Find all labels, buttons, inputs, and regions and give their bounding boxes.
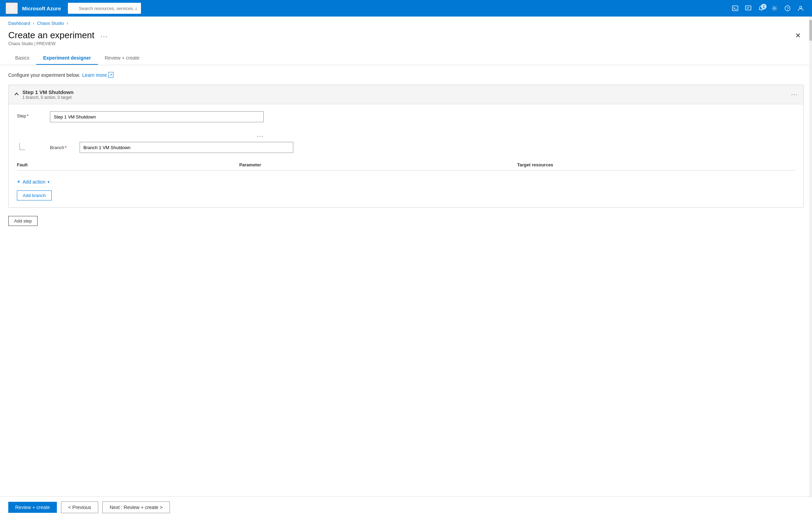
page-subtitle: Chaos Studio | PREVIEW	[8, 41, 110, 46]
branch-label: Branch *	[50, 145, 74, 150]
fault-table: Fault Parameter Target resources	[17, 159, 795, 170]
settings-button[interactable]	[769, 3, 780, 13]
terminal-icon	[732, 5, 738, 11]
step-subtitle: 1 branch, 0 action, 0 target	[22, 95, 73, 100]
step-required-star: *	[27, 113, 29, 118]
close-button[interactable]: ✕	[792, 30, 804, 41]
svg-rect-2	[745, 6, 751, 10]
external-link-icon: ↗	[108, 72, 113, 78]
search-wrapper: 🔍	[68, 3, 275, 14]
fault-col-header: Fault	[17, 162, 239, 167]
previous-button[interactable]: < Previous	[61, 501, 99, 513]
help-button[interactable]: ?	[782, 3, 793, 13]
add-step-button[interactable]: Add step	[8, 216, 38, 226]
target-col-header: Target resources	[517, 162, 795, 167]
step-header-info: Step 1 VM Shutdown 1 branch, 0 action, 0…	[22, 89, 73, 100]
step-card-header-left: Step 1 VM Shutdown 1 branch, 0 action, 0…	[14, 89, 73, 100]
branch-more-row: ···	[17, 133, 264, 139]
notification-badge: 2	[761, 4, 767, 9]
review-create-button[interactable]: Review + create	[8, 502, 57, 513]
notification-button[interactable]: 2	[755, 3, 767, 13]
breadcrumb-dashboard[interactable]: Dashboard	[8, 21, 30, 26]
tab-experiment-designer[interactable]: Experiment designer	[36, 52, 98, 65]
next-button[interactable]: Next : Review + create >	[102, 501, 170, 513]
topnav-icons: 2 ?	[729, 3, 806, 13]
fault-table-header: Fault Parameter Target resources	[17, 159, 795, 170]
help-icon: ?	[784, 5, 791, 11]
learn-more-link[interactable]: Learn more ↗	[82, 72, 114, 78]
page-header: Create an experiment ... Chaos Studio | …	[0, 26, 812, 46]
page-ellipsis-button[interactable]: ...	[99, 31, 110, 40]
breadcrumb-chaos-studio[interactable]: Chaos Studio	[37, 21, 64, 26]
svg-point-8	[800, 6, 802, 8]
branch-name-input[interactable]	[80, 142, 293, 153]
branch-required-star: *	[65, 145, 67, 150]
brand-name: Microsoft Azure	[22, 6, 61, 11]
add-branch-button[interactable]: Add branch	[17, 190, 52, 200]
breadcrumb-sep-2: ›	[67, 21, 68, 26]
tab-basics[interactable]: Basics	[8, 52, 36, 65]
footer: Review + create < Previous Next : Review…	[0, 496, 812, 518]
account-button[interactable]	[795, 3, 806, 13]
top-navigation: ☰ Microsoft Azure 🔍 2 ?	[0, 0, 812, 17]
step-title: Step 1 VM Shutdown	[22, 89, 73, 95]
scrollbar-thumb	[809, 20, 812, 41]
branch-label-col	[17, 141, 44, 154]
content-area: Configure your experiment below. Learn m…	[0, 65, 812, 496]
step-name-input[interactable]	[50, 111, 264, 122]
tab-review-create[interactable]: Review + create	[98, 52, 146, 65]
branch-name-row: Branch *	[17, 141, 795, 154]
feedback-button[interactable]	[742, 3, 754, 13]
step-collapse-button[interactable]	[14, 92, 19, 97]
breadcrumb: Dashboard › Chaos Studio ›	[0, 17, 812, 26]
svg-point-5	[774, 8, 775, 9]
parameter-col-header: Parameter	[239, 162, 517, 167]
hamburger-menu-button[interactable]: ☰	[6, 2, 18, 14]
add-icon: +	[17, 179, 21, 185]
step-card-header: Step 1 VM Shutdown 1 branch, 0 action, 0…	[9, 85, 803, 104]
svg-text:?: ?	[786, 7, 789, 11]
step-body: Step * ···	[9, 104, 803, 207]
configure-text: Configure your experiment below. Learn m…	[8, 72, 804, 78]
search-input[interactable]	[68, 3, 141, 14]
step-label: Step *	[17, 111, 44, 118]
add-branch-row: Add branch	[17, 188, 795, 200]
step-more-button[interactable]: ···	[791, 92, 798, 98]
terminal-button[interactable]	[729, 3, 741, 13]
step-name-row: Step *	[17, 111, 795, 122]
tabs-bar: Basics Experiment designer Review + crea…	[0, 46, 812, 65]
page-title: Create an experiment ...	[8, 30, 110, 41]
feedback-icon	[745, 5, 751, 11]
scrollbar-track	[809, 17, 812, 497]
page-header-left: Create an experiment ... Chaos Studio | …	[8, 30, 110, 46]
settings-icon	[771, 5, 778, 11]
account-icon	[798, 5, 804, 11]
main-container: Dashboard › Chaos Studio › Create an exp…	[0, 17, 812, 518]
chevron-up-icon	[14, 92, 19, 96]
branch-more-button[interactable]: ···	[257, 133, 264, 139]
tree-line-svg	[17, 143, 25, 154]
breadcrumb-sep-1: ›	[33, 21, 34, 26]
add-action-button[interactable]: + Add action ▾	[17, 176, 50, 188]
dropdown-chevron-icon: ▾	[48, 180, 50, 184]
step-card: Step 1 VM Shutdown 1 branch, 0 action, 0…	[8, 85, 804, 208]
